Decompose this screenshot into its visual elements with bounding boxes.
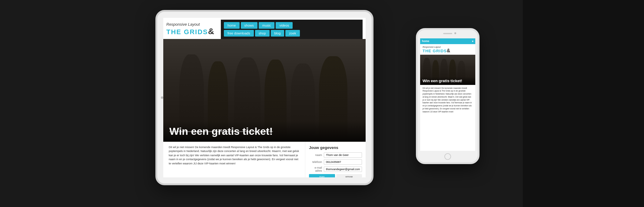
phone-nav[interactable]: home ▾ xyxy=(420,38,475,44)
phone-camera xyxy=(454,32,456,34)
phone-nav-label: home xyxy=(422,40,429,43)
form-row-telefoon: telefoon xyxy=(309,159,362,165)
dark-background xyxy=(523,0,644,207)
phone-hero: Win een gratis ticket! xyxy=(420,55,475,85)
gender-vrouw-button[interactable]: vrouw xyxy=(336,174,362,177)
nav-free-downloads[interactable]: free downloads xyxy=(224,30,254,37)
tablet-nav: home shows music videos free downloads s… xyxy=(221,20,363,39)
form-input-telefoon[interactable] xyxy=(324,159,362,165)
tablet-logo: Responsive Layout THE GRIDS& xyxy=(166,22,215,36)
tablet-nav-row2: free downloads shop blog zoek xyxy=(224,30,360,37)
tablet-brand-top: Responsive Layout xyxy=(166,22,215,27)
phone-device: home ▾ Responsive Layout THE GRIDS& xyxy=(416,28,480,164)
nav-shop[interactable]: shop xyxy=(255,30,270,37)
tablet-screen: Responsive Layout THE GRIDS& home shows … xyxy=(163,18,366,177)
form-label-email: e-mail adres xyxy=(309,166,322,172)
tablet-hero: Win een gratis ticket! xyxy=(163,39,366,142)
form-row-email: e-mail adres xyxy=(309,166,362,172)
phone-win-title: Win een gratis ticket! xyxy=(423,79,473,83)
tablet-button xyxy=(161,96,163,99)
tablet-win-title: Win een gratis ticket! xyxy=(169,126,360,137)
nav-home[interactable]: home xyxy=(224,22,240,29)
nav-shows[interactable]: shows xyxy=(241,22,257,29)
tablet-body-text: Dit wil je niet missen! De komende maand… xyxy=(163,142,305,177)
form-label-naam: naam xyxy=(309,154,322,157)
phone-brand-top: Responsive Layout xyxy=(423,46,473,48)
phone-home-button[interactable] xyxy=(444,153,451,160)
form-input-naam[interactable] xyxy=(324,152,362,158)
form-gender-buttons: man vrouw xyxy=(309,174,362,177)
nav-blog[interactable]: blog xyxy=(271,30,284,37)
form-label-telefoon: telefoon xyxy=(309,160,322,163)
phone-nav-arrow-icon: ▾ xyxy=(472,40,473,43)
nav-videos[interactable]: videos xyxy=(276,22,293,29)
form-input-email[interactable] xyxy=(324,167,362,172)
tablet-body: Dit wil je niet missen! De komende maand… xyxy=(163,142,366,177)
phone-body-text: Dit wil je niet missen! De komende maand… xyxy=(420,85,475,115)
gender-man-button[interactable]: man xyxy=(309,174,335,177)
scene: Responsive Layout THE GRIDS& home shows … xyxy=(155,4,489,203)
tablet-nav-row1: home shows music videos xyxy=(224,22,360,29)
tablet-device: Responsive Layout THE GRIDS& home shows … xyxy=(155,10,373,185)
phone-brand-bottom: THE GRIDS& xyxy=(423,48,473,53)
tablet-hero-overlay: Win een gratis ticket! xyxy=(163,121,366,141)
phone-hero-overlay: Win een gratis ticket! xyxy=(420,77,475,85)
phone-speaker xyxy=(443,33,452,34)
phone-logo: Responsive Layout THE GRIDS& xyxy=(420,44,475,55)
phone-screen: home ▾ Responsive Layout THE GRIDS& xyxy=(420,38,475,151)
nav-music[interactable]: music xyxy=(259,22,275,29)
nav-zoek[interactable]: zoek xyxy=(285,30,300,37)
tablet-form: Jouw gegevens naam telefoon e-mail adres xyxy=(305,142,366,177)
form-title: Jouw gegevens xyxy=(309,145,362,150)
form-row-naam: naam xyxy=(309,152,362,158)
tablet-brand-bottom: THE GRIDS& xyxy=(166,27,215,36)
